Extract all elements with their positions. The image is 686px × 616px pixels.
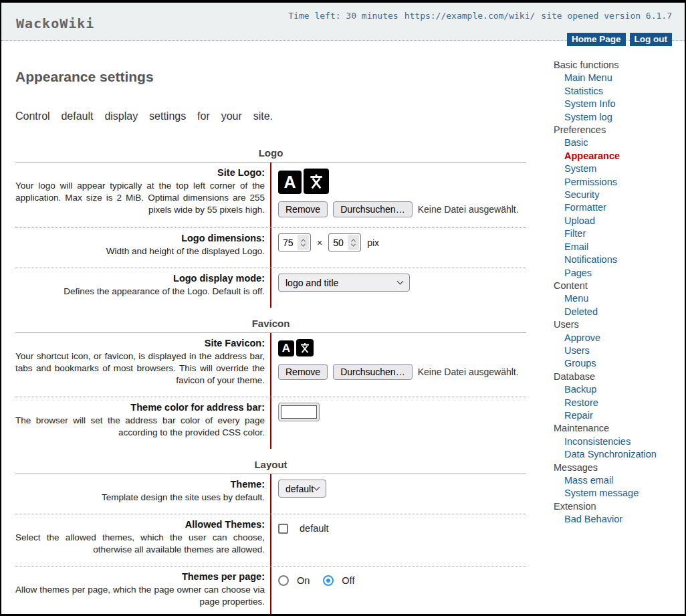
- logo-remove-button[interactable]: Remove: [278, 201, 328, 217]
- sidebar-item-notifications[interactable]: Notifications: [554, 253, 685, 266]
- site-logo-text: WackoWiki: [16, 15, 94, 31]
- sidebar-item-data-synchronization[interactable]: Data Synchronization: [554, 448, 685, 461]
- sidebar-item-filter[interactable]: Filter: [554, 227, 685, 240]
- logo-height-input[interactable]: 50: [328, 233, 361, 251]
- stepper-arrows-icon[interactable]: [348, 235, 359, 250]
- favicon-remove-button[interactable]: Remove: [278, 364, 328, 380]
- sidebar-item-email[interactable]: Email: [554, 241, 685, 253]
- sidebar-group-basic-functions: Basic functions: [554, 59, 685, 72]
- sidebar-item-system[interactable]: System: [554, 163, 685, 175]
- sidebar-item-main-menu[interactable]: Main Menu: [554, 72, 685, 84]
- favicon-browse-button[interactable]: Durchsuchen…: [333, 364, 413, 380]
- letter-a-icon: A: [278, 340, 294, 356]
- section-heading-layout: Layout: [15, 449, 526, 474]
- sidebar-item-system-message[interactable]: System message: [554, 487, 685, 500]
- sidebar-item-deleted[interactable]: Deleted: [554, 306, 685, 318]
- site-favicon-preview: A: [278, 339, 526, 356]
- chevron-down-icon: [397, 278, 404, 285]
- sidebar-group-users: Users: [554, 318, 685, 331]
- sidebar-item-security[interactable]: Security: [554, 189, 685, 201]
- row-site-favicon: Site Favicon: Your shortcut icon, or fav…: [15, 333, 526, 397]
- row-site-logo: Site Logo: Your logo will appear typical…: [15, 163, 526, 227]
- section-heading-favicon: Favicon: [15, 308, 526, 333]
- themes-per-page-off-label: Off: [342, 575, 354, 586]
- sidebar-item-groups[interactable]: Groups: [554, 357, 685, 370]
- sidebar-item-menu[interactable]: Menu: [554, 292, 685, 305]
- row-allowed-themes: Allowed Themes: Select the allowed theme…: [15, 514, 526, 566]
- favicon-no-file-text: Keine Datei ausgewählt.: [418, 367, 519, 377]
- logo-display-mode-label: Logo display mode:: [173, 273, 265, 284]
- wiki-url-link[interactable]: https://example.com/wiki/: [405, 11, 536, 21]
- sidebar-item-system-log[interactable]: System log: [554, 111, 685, 124]
- sidebar-item-upload[interactable]: Upload: [554, 215, 685, 227]
- themes-per-page-description: Allow themes per page, which the page ow…: [15, 584, 265, 608]
- theme-label: Theme:: [230, 479, 265, 490]
- log-out-button[interactable]: Log out: [630, 33, 672, 46]
- site-favicon-label: Site Favicon:: [205, 338, 265, 348]
- intro-text: Control default display settings for you…: [15, 110, 273, 122]
- sidebar-item-mass-email[interactable]: Mass email: [554, 474, 685, 487]
- sidebar-item-formatter[interactable]: Formatter: [554, 201, 685, 214]
- sidebar-group-messages: Messages: [554, 461, 685, 474]
- theme-select[interactable]: default: [278, 480, 326, 498]
- row-theme: Theme: Template design the site uses by …: [15, 474, 526, 514]
- logo-browse-button[interactable]: Durchsuchen…: [333, 201, 413, 217]
- sidebar-group-extension: Extension: [554, 500, 685, 513]
- themes-per-page-on-radio[interactable]: [278, 575, 289, 586]
- time-left-text: Time left: 30 minutes: [288, 11, 398, 21]
- sidebar-item-backup[interactable]: Backup: [554, 383, 685, 396]
- theme-description: Template design the site uses by default…: [15, 492, 265, 504]
- sidebar-group-content: Content: [554, 280, 685, 292]
- sidebar-item-users[interactable]: Users: [554, 344, 685, 357]
- allowed-theme-checkbox[interactable]: [278, 524, 288, 534]
- sidebar-item-repair[interactable]: Repair: [554, 409, 685, 422]
- sidebar-item-statistics[interactable]: Statistics: [554, 85, 685, 98]
- row-logo-display-mode: Logo display mode: Defines the appearanc…: [15, 268, 526, 308]
- logo-no-file-text: Keine Datei ausgewählt.: [418, 204, 519, 215]
- site-opened-text: site opened version 6.1.7: [541, 11, 672, 21]
- sidebar-item-restore[interactable]: Restore: [554, 397, 685, 409]
- sidebar-item-bad-behavior[interactable]: Bad Behavior: [554, 513, 685, 526]
- admin-sidebar-nav: Basic functionsMain MenuStatisticsSystem…: [554, 41, 685, 526]
- sidebar-item-appearance[interactable]: Appearance: [554, 150, 685, 163]
- translate-icon: [304, 169, 329, 194]
- sidebar-item-permissions[interactable]: Permissions: [554, 176, 685, 189]
- sidebar-item-basic[interactable]: Basic: [554, 136, 685, 149]
- main-content: Appearance settings Control default disp…: [15, 41, 526, 616]
- sidebar-item-pages[interactable]: Pages: [554, 267, 685, 280]
- logo-dimensions-label: Logo dimensions:: [181, 233, 265, 243]
- sidebar-item-inconsistencies[interactable]: Inconsistencies: [554, 435, 685, 448]
- chevron-down-icon: [314, 484, 320, 491]
- appearance-form: Logo Site Logo: Your logo will appear ty…: [15, 137, 526, 616]
- allowed-theme-option-label: default: [300, 523, 329, 534]
- header: WackoWiki Time left: 30 minuteshttps://e…: [1, 3, 685, 41]
- theme-color-input[interactable]: [278, 403, 320, 421]
- theme-color-description: The browser will set the address bar col…: [15, 415, 265, 439]
- themes-per-page-off-radio[interactable]: [323, 575, 334, 586]
- row-themes-per-page: Themes per page: Allow themes per page, …: [15, 566, 526, 616]
- sidebar-item-system-info[interactable]: System Info: [554, 98, 685, 110]
- app-window: WackoWiki Time left: 30 minuteshttps://e…: [0, 0, 686, 616]
- sidebar-group-maintenance: Maintenance: [554, 422, 685, 435]
- dimension-separator: ×: [317, 237, 322, 248]
- sidebar-group-database: Database: [554, 371, 685, 383]
- logo-display-mode-select[interactable]: logo and title: [278, 274, 410, 292]
- themes-per-page-on-label: On: [297, 575, 310, 586]
- theme-color-swatch: [281, 405, 317, 419]
- themes-per-page-label: Themes per page:: [182, 571, 265, 582]
- theme-color-label: Theme color for address bar:: [130, 402, 265, 413]
- logo-display-mode-description: Defines the appearance of the Logo. Defa…: [15, 286, 265, 298]
- letter-a-icon: A: [278, 171, 302, 194]
- section-heading-logo: Logo: [15, 137, 526, 163]
- site-logo-preview: A: [278, 169, 526, 194]
- stepper-arrows-icon[interactable]: [298, 235, 309, 250]
- page-title: Appearance settings: [15, 69, 526, 85]
- home-page-button[interactable]: Home Page: [567, 33, 626, 46]
- site-logo-label: Site Logo:: [217, 167, 265, 178]
- sidebar-item-approve[interactable]: Approve: [554, 332, 685, 344]
- row-logo-dimensions: Logo dimensions: Width and height of the…: [15, 227, 526, 268]
- logo-width-input[interactable]: 75: [278, 233, 311, 251]
- session-status: Time left: 30 minuteshttps://example.com…: [282, 11, 672, 21]
- site-favicon-description: Your shortcut icon, or favicon, is displ…: [15, 350, 265, 387]
- allowed-themes-label: Allowed Themes:: [185, 519, 265, 530]
